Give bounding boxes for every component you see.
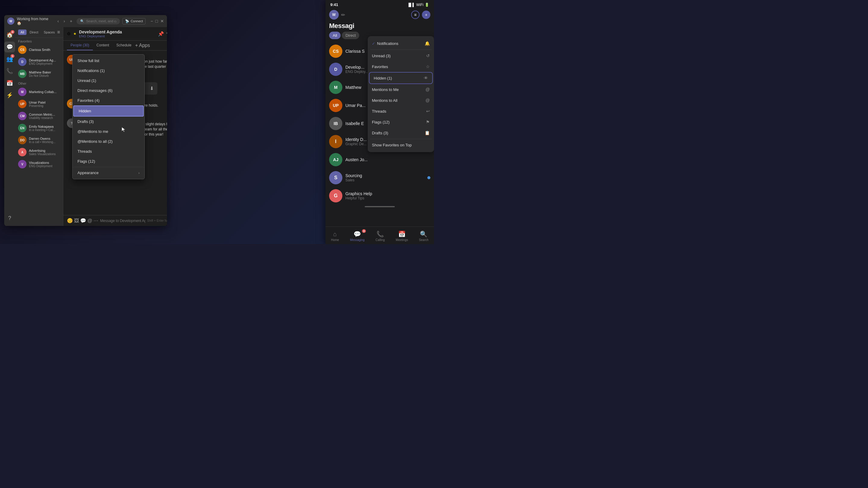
filter-tab-all[interactable]: All	[18, 30, 27, 35]
rail-icon-chat[interactable]: 💬	[4, 41, 15, 53]
home-icon: ⌂	[333, 231, 337, 238]
image-button[interactable]: 🖼	[74, 218, 79, 224]
phone-edit-button[interactable]: ✏	[341, 12, 345, 18]
search-input[interactable]	[86, 19, 116, 23]
phone-user-avatar[interactable]: W	[329, 10, 339, 20]
pnd-unread[interactable]: Unread (3) ↺	[368, 50, 434, 61]
sidebar-menu-button[interactable]: ≡	[57, 30, 60, 35]
more-tools-button[interactable]: ⋯	[93, 218, 98, 224]
phone-nav-meetings[interactable]: 📅 Meetings	[392, 229, 412, 243]
rail-icon-activity[interactable]: 🏠 4	[4, 30, 15, 40]
phone-tab-direct[interactable]: Direct	[342, 32, 359, 39]
connect-label: Connect	[130, 19, 143, 23]
sidebar-item-umar[interactable]: UP Umar Patel Presenting	[15, 98, 63, 110]
filter-tab-direct[interactable]: Direct	[27, 30, 41, 35]
pnd-unread-label: Unread (3)	[372, 54, 391, 58]
pnd-drafts[interactable]: Drafts (3) 📋	[368, 127, 434, 138]
pnd-unread-icon: ↺	[426, 53, 430, 58]
sidebar-item-emily[interactable]: EN Emily Nakagawa In a meeting • Cal...	[15, 122, 63, 134]
file-download-button[interactable]: ⬇	[150, 86, 154, 91]
phone-nav-search[interactable]: 🔍 Search	[415, 229, 432, 243]
messaging-badge: 3	[362, 229, 366, 233]
phone-tab-all[interactable]: All	[329, 32, 341, 39]
sidebar-item-advertising[interactable]: A Advertising Sales Visualizations	[15, 146, 63, 158]
pnd-mentions-all[interactable]: Mentions to All @	[368, 95, 434, 106]
mention-button[interactable]: @	[87, 218, 92, 224]
phone-status-bar: 9:41 ▐▌▌ WiFi 🔋	[326, 0, 434, 8]
teams-badge: 1	[10, 54, 14, 58]
rail-icon-calendar[interactable]: 📅	[4, 78, 15, 89]
tab-apps[interactable]: + Apps	[135, 43, 150, 48]
phone-nav-calling[interactable]: 📞 Calling	[372, 229, 389, 243]
channel-title-group: Development Agenda ENG Deployment	[79, 30, 122, 38]
sticker-button[interactable]: 💬	[80, 218, 86, 224]
channel-settings-icon[interactable]: ⚙	[67, 31, 71, 36]
menu-unread[interactable]: Unread (1)	[73, 76, 144, 86]
menu-threads[interactable]: Threads	[73, 147, 144, 156]
menu-notifications[interactable]: Notifications (1)	[73, 66, 144, 76]
rail-icon-calls[interactable]: 📞	[4, 66, 15, 76]
pnd-mentions-me-icon: @	[426, 87, 430, 92]
rail-icon-apps[interactable]: ⚡	[4, 90, 15, 101]
back-button[interactable]: ‹	[56, 18, 61, 24]
visualizations-avatar: V	[18, 160, 27, 168]
pnd-flags[interactable]: Flags (12) ⚑	[368, 117, 434, 127]
sidebar-item-marketing[interactable]: M Marketing Collab...	[15, 86, 63, 98]
menu-favorites[interactable]: Favorites (4)	[73, 96, 144, 105]
phone-filter-icon[interactable]: ≡	[411, 10, 420, 19]
phone-nav-messaging[interactable]: 💬 3 Messaging	[346, 229, 368, 243]
channel-search-button[interactable]: 🔍	[166, 31, 167, 37]
filter-tab-spaces[interactable]: Spaces	[41, 30, 57, 35]
channel-subtitle: ENG Deployment	[79, 34, 122, 38]
phone-chat-graphics[interactable]: G Graphics Help Helpful Tips	[326, 187, 434, 205]
pnd-threads[interactable]: Threads ↩	[368, 106, 434, 117]
rail-icon-help[interactable]: ?	[4, 213, 15, 224]
mobile-phone: 9:41 ▐▌▌ WiFi 🔋 W ✏ ≡ + Messagi All Dire…	[326, 0, 434, 244]
development-sub: ENG Deployment	[29, 62, 60, 65]
messaging-label: Messaging	[350, 238, 364, 241]
connect-button[interactable]: 📡 Connect	[122, 18, 146, 24]
maximize-button[interactable]: □	[156, 19, 158, 24]
pnd-show-favorites-top[interactable]: Show Favorites on Top	[368, 140, 434, 150]
forward-button[interactable]: ›	[62, 18, 67, 24]
menu-flags[interactable]: Flags (12)	[73, 156, 144, 166]
menu-appearance[interactable]: Appearance ›	[73, 168, 144, 178]
tab-people[interactable]: People (30)	[67, 41, 93, 50]
menu-direct-messages[interactable]: Direct messages (6)	[73, 86, 144, 96]
phone-chat-sourcing[interactable]: S Sourcing Sales	[326, 169, 434, 187]
rail-icon-teams[interactable]: 👥 1	[4, 54, 15, 64]
close-button[interactable]: ✕	[160, 19, 164, 24]
sidebar-item-darren[interactable]: DO Darren Owens In a call • Working...	[15, 134, 63, 146]
message-input[interactable]	[100, 219, 145, 223]
marketing-name: Marketing Collab...	[29, 90, 60, 94]
development-avatar: D	[18, 58, 27, 66]
tab-schedule[interactable]: Schedule	[113, 41, 135, 50]
search-bar[interactable]: 🔍	[76, 18, 120, 24]
phone-chat-austen[interactable]: AJ Austen Jo...	[326, 151, 434, 169]
phone-nav-home[interactable]: ⌂ Home	[327, 230, 343, 243]
menu-mentions-me[interactable]: @Mentions to me	[73, 127, 144, 136]
pnd-flags-icon: ⚑	[426, 120, 430, 124]
channel-pin-button[interactable]: 📌	[158, 31, 164, 37]
sidebar-item-matthew[interactable]: MB Matthew Baker Do Not Disturb	[15, 68, 63, 80]
new-tab-button[interactable]: +	[68, 18, 74, 24]
menu-drafts[interactable]: Drafts (3)	[73, 117, 144, 127]
apps-icon: ⚡	[6, 92, 13, 98]
tab-content[interactable]: Content	[93, 41, 113, 50]
sidebar-item-common[interactable]: CM Common Metric... Usability research	[15, 110, 63, 122]
pnd-mentions-all-icon: @	[426, 98, 430, 103]
sidebar-item-visualizations[interactable]: V Visualizations ENG Deployment	[15, 158, 63, 170]
channel-star-icon[interactable]: ★	[73, 32, 76, 36]
menu-show-full-list[interactable]: Show full list	[73, 56, 144, 66]
menu-hidden[interactable]: Hidden	[73, 105, 144, 117]
minimize-button[interactable]: −	[150, 19, 153, 24]
channel-actions: 📌 🔍 Meet	[158, 31, 167, 37]
menu-mentions-all[interactable]: @Mentions to all (2)	[73, 136, 144, 147]
pnd-hidden[interactable]: Hidden (1) 👁	[369, 72, 433, 84]
emoji-button[interactable]: 😊	[67, 218, 73, 224]
phone-add-icon[interactable]: +	[422, 10, 430, 19]
sidebar-item-development[interactable]: D Development Ag... ENG Deployment	[15, 56, 63, 68]
sidebar-item-clarissa[interactable]: CS Clarissa Smith	[15, 44, 63, 56]
pnd-mentions-me[interactable]: Mentions to Me @	[368, 84, 434, 95]
pnd-favorites[interactable]: Favorites ☆	[368, 61, 434, 72]
